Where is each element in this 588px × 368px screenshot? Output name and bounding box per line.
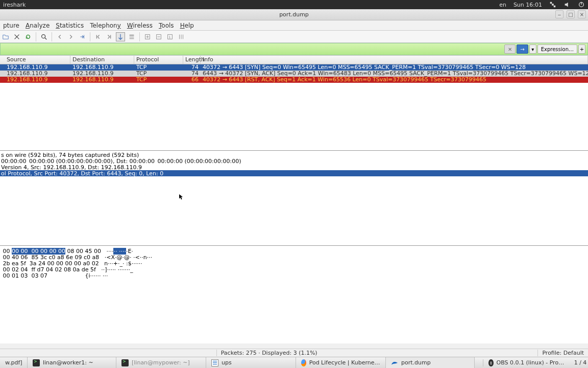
power-icon[interactable] [578, 1, 585, 8]
svg-rect-12 [130, 38, 134, 39]
wireshark-icon [391, 359, 398, 366]
topbar-clock[interactable]: Sun 16:01 [513, 2, 542, 8]
mouse-cursor-icon [179, 194, 183, 200]
toolbar-reload-button[interactable] [23, 32, 33, 41]
packet-details-pane[interactable]: s on wire (592 bits), 74 bytes captured … [0, 150, 588, 245]
detail-line[interactable]: 00:00:00_00:00:00 (00:00:00:00:00:00), D… [0, 158, 588, 164]
taskbar-label: Pod Lifecycle | Kubernetes — Mozil… [309, 359, 380, 366]
menu-tools[interactable]: Tools [156, 22, 177, 29]
toolbar-first-button[interactable] [93, 32, 103, 41]
status-bar: Packets: 275 · Displayed: 3 (1.1%) Profi… [0, 349, 588, 357]
svg-point-7 [42, 34, 45, 38]
gnome-topbar: ireshark en Sun 16:01 [0, 0, 588, 9]
toolbar-colorize-button[interactable] [127, 32, 136, 41]
svg-text:1: 1 [168, 35, 170, 38]
menu-wireless[interactable]: Wireless [124, 22, 156, 29]
detail-line-selected[interactable]: ol Protocol, Src Port: 40372, Dst Port: … [0, 170, 588, 176]
apply-filter-button[interactable]: → [517, 44, 528, 54]
taskbar-label: linan@worker1: ~ [43, 359, 93, 366]
taskbar-label: OBS 0.0.1 (linux) - Profile: Untitled … [497, 359, 568, 366]
hex-line[interactable]: 00 00 00 00 00 00 00 08 00 45 00 ······ … [1, 248, 587, 254]
toolbar-go-back-button[interactable] [55, 32, 64, 41]
packet-row[interactable]: 192.168.110.9 192.168.110.9 TCP 74 40372… [0, 64, 588, 71]
display-filter-bar: ✕ → ▾ Expression… + [0, 43, 588, 55]
svg-rect-11 [130, 36, 134, 38]
col-source[interactable]: Source [0, 56, 70, 64]
taskbar: w.pdf] linan@worker1: ~ [linan@mypower: … [0, 357, 588, 368]
packet-row[interactable]: 192.168.110.9 192.168.110.9 TCP 66 40372… [0, 77, 588, 83]
hex-line[interactable]: 00 40 06 85 3c c0 a8 6e 09 c0 a8 ·<X·@·@… [1, 254, 587, 260]
window-titlebar: port.dump ‒ □ × [0, 9, 588, 20]
display-filter-input[interactable] [1, 43, 504, 55]
col-info[interactable]: Info [201, 56, 588, 64]
taskbar-item[interactable]: port.dump [386, 357, 475, 368]
hex-line[interactable]: 00 01 03 03 07 {i······ ··· [1, 272, 587, 279]
taskbar-label: port.dump [401, 359, 431, 366]
menu-capture[interactable]: pture [0, 22, 22, 29]
menu-statistics[interactable]: Statistics [53, 22, 87, 29]
detail-line[interactable]: s on wire (592 bits), 74 bytes captured … [0, 152, 588, 158]
taskbar-item[interactable]: ups [206, 357, 296, 368]
toolbar-go-forward-button[interactable] [66, 32, 76, 41]
topbar-lang[interactable]: en [499, 2, 506, 8]
window-minimize-button[interactable]: ‒ [555, 10, 564, 18]
toolbar-find-button[interactable] [39, 32, 48, 41]
detail-line[interactable]: Version 4, Src: 192.168.110.9, Dst: 192.… [0, 164, 588, 170]
toolbar-go-to-button[interactable] [78, 32, 87, 41]
toolbar-autoscroll-button[interactable] [116, 32, 125, 41]
toolbar-resize-cols-button[interactable] [177, 32, 186, 41]
window-title: port.dump [0, 11, 588, 18]
text-file-icon [211, 359, 218, 366]
svg-rect-0 [550, 2, 552, 4]
packet-list[interactable]: 192.168.110.9 192.168.110.9 TCP 74 40372… [0, 64, 588, 150]
toolbar-last-button[interactable] [105, 32, 114, 41]
workspace-indicator[interactable]: 1 / 4 [573, 359, 588, 366]
terminal-icon [121, 359, 129, 366]
add-filter-button[interactable]: + [578, 44, 585, 54]
col-protocol[interactable]: Protocol [134, 56, 183, 64]
taskbar-label: [linan@mypower: ~] [132, 359, 190, 366]
svg-line-8 [45, 37, 47, 39]
taskbar-label: w.pdf] [5, 359, 22, 366]
expression-button[interactable]: Expression… [537, 44, 577, 54]
status-profile[interactable]: Profile: Default [537, 350, 588, 356]
window-maximize-button[interactable]: □ [567, 10, 575, 18]
menu-help[interactable]: Help [177, 22, 197, 29]
hex-line[interactable]: 2b ea 5f 3a 24 00 00 00 00 a0 02 n···+·_… [1, 260, 587, 266]
packet-row[interactable]: 192.168.110.9 192.168.110.9 TCP 74 6443 … [0, 71, 588, 77]
network-icon[interactable] [549, 1, 556, 8]
svg-rect-10 [130, 34, 134, 36]
packet-bytes-pane[interactable]: 00 00 00 00 00 00 00 08 00 45 00 ······ … [0, 245, 588, 343]
col-destination[interactable]: Destination [70, 56, 134, 64]
volume-icon[interactable] [564, 1, 571, 8]
main-toolbar: 1 [0, 31, 588, 43]
window-close-button[interactable]: × [578, 10, 586, 18]
toolbar-zoom-reset-button[interactable]: 1 [165, 32, 175, 41]
clear-filter-button[interactable]: ✕ [504, 44, 516, 54]
taskbar-item[interactable]: linan@worker1: ~ [28, 357, 116, 368]
col-length[interactable]: Length [183, 56, 201, 64]
menubar: pture Analyze Statistics Telephony Wirel… [0, 20, 588, 31]
terminal-icon [33, 359, 40, 366]
taskbar-label: ups [222, 359, 232, 366]
taskbar-item[interactable]: w.pdf] [0, 357, 28, 368]
toolbar-open-button[interactable] [1, 32, 10, 41]
menu-analyze[interactable]: Analyze [22, 22, 53, 29]
svg-rect-2 [552, 4, 554, 6]
svg-rect-1 [554, 6, 556, 8]
packet-list-header: Source Destination Protocol Length Info [0, 55, 588, 64]
filter-history-dropdown[interactable]: ▾ [529, 44, 536, 54]
taskbar-item[interactable]: [linan@mypower: ~] [116, 357, 206, 368]
hex-line[interactable]: 00 02 04 ff d7 04 02 08 0a de 5f ··]····… [1, 266, 587, 272]
toolbar-zoom-in-button[interactable] [143, 32, 152, 41]
firefox-icon [301, 359, 306, 366]
topbar-app-name[interactable]: ireshark [3, 2, 26, 8]
taskbar-item[interactable]: Pod Lifecycle | Kubernetes — Mozil… [296, 357, 386, 368]
menu-telephony[interactable]: Telephony [87, 22, 124, 29]
status-packets: Packets: 275 · Displayed: 3 (1.1%) [216, 350, 322, 356]
taskbar-item[interactable]: OBS 0.0.1 (linux) - Profile: Untitled … [483, 359, 573, 366]
obs-icon [488, 359, 494, 366]
toolbar-close-button[interactable] [12, 32, 21, 41]
toolbar-zoom-out-button[interactable] [154, 32, 163, 41]
